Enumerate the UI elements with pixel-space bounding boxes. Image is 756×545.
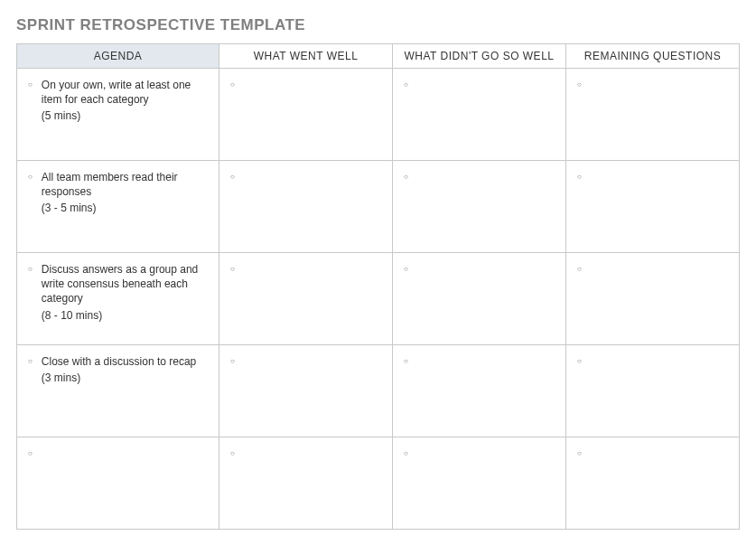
bullet-icon: ○ [230, 170, 235, 184]
agenda-cell: ○ Discuss answers as a group and write c… [17, 253, 219, 345]
retrospective-table: AGENDA WHAT WENT WELL WHAT DIDN'T GO SO … [16, 43, 740, 530]
bullet-icon: ○ [28, 170, 33, 184]
questions-cell: ○ [566, 69, 740, 161]
table-row: ○ ○ ○ [17, 437, 740, 530]
bullet-icon: ○ [404, 446, 408, 461]
bullet-icon: ○ [404, 170, 408, 184]
bullet-icon: ○ [28, 78, 33, 92]
went-well-cell: ○ [219, 161, 393, 253]
agenda-cell: ○ All team members read their responses … [17, 161, 219, 253]
table-row: ○ Close with a discussion to recap (3 mi… [17, 345, 740, 437]
bullet-icon: ○ [28, 446, 33, 461]
agenda-text: All team members read their responses (3… [42, 170, 210, 216]
bullet-icon: ○ [230, 262, 235, 277]
agenda-text: Discuss answers as a group and write con… [42, 262, 210, 323]
went-well-cell: ○ [219, 253, 393, 345]
table-row: ○ Discuss answers as a group and write c… [17, 253, 740, 345]
went-well-cell: ○ [219, 437, 393, 530]
questions-cell: ○ [566, 345, 740, 437]
header-agenda: AGENDA [17, 44, 219, 69]
table-row: ○ All team members read their responses … [17, 161, 740, 253]
header-what-went-well: WHAT WENT WELL [219, 44, 393, 69]
header-remaining-questions: REMAINING QUESTIONS [566, 44, 740, 69]
questions-cell: ○ [566, 253, 740, 345]
questions-cell: ○ [566, 161, 740, 253]
agenda-text: Close with a discussion to recap (3 mins… [42, 354, 210, 385]
table-row: ○ On your own, write at least one item f… [17, 69, 740, 161]
bullet-icon: ○ [404, 262, 408, 277]
bullet-icon: ○ [28, 354, 33, 369]
bullet-icon: ○ [577, 262, 582, 277]
went-well-cell: ○ [219, 69, 393, 161]
agenda-cell: ○ On your own, write at least one item f… [17, 69, 219, 161]
agenda-cell: ○ [17, 437, 219, 530]
went-well-cell: ○ [219, 345, 393, 437]
didnt-go-well-cell: ○ [393, 69, 566, 161]
bullet-icon: ○ [28, 262, 33, 277]
agenda-cell: ○ Close with a discussion to recap (3 mi… [17, 345, 219, 437]
bullet-icon: ○ [577, 446, 582, 461]
agenda-text: On your own, write at least one item for… [42, 78, 210, 124]
questions-cell: ○ [566, 437, 740, 530]
header-row: AGENDA WHAT WENT WELL WHAT DIDN'T GO SO … [17, 44, 740, 69]
didnt-go-well-cell: ○ [393, 437, 566, 530]
bullet-icon: ○ [577, 170, 582, 184]
bullet-icon: ○ [577, 78, 582, 92]
didnt-go-well-cell: ○ [393, 253, 566, 345]
bullet-icon: ○ [230, 78, 235, 92]
bullet-icon: ○ [230, 446, 235, 461]
didnt-go-well-cell: ○ [393, 345, 566, 437]
header-what-didnt-go-well: WHAT DIDN'T GO SO WELL [393, 44, 566, 69]
bullet-icon: ○ [404, 354, 408, 369]
agenda-text [42, 446, 210, 448]
bullet-icon: ○ [230, 354, 235, 369]
bullet-icon: ○ [577, 354, 582, 369]
bullet-icon: ○ [404, 78, 408, 92]
page-title: SPRINT RETROSPECTIVE TEMPLATE [16, 16, 740, 34]
didnt-go-well-cell: ○ [393, 161, 566, 253]
